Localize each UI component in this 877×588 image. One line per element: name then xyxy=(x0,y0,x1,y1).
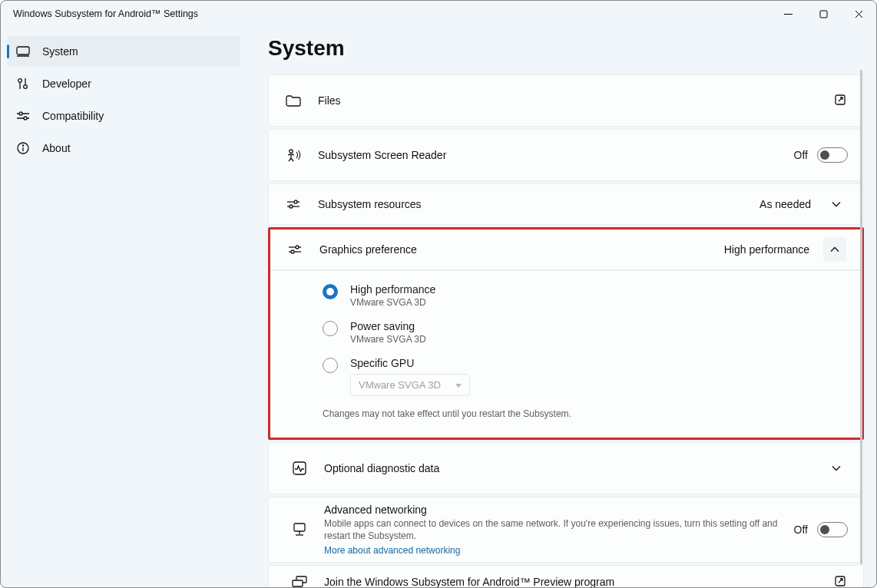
radio-sublabel: VMware SVGA 3D xyxy=(350,297,435,308)
sidebar-item-compatibility[interactable]: Compatibility xyxy=(7,101,240,131)
networking-sublabel: Mobile apps can connect to devices on th… xyxy=(324,517,794,542)
tools-icon xyxy=(16,77,30,91)
svg-rect-32 xyxy=(293,580,303,586)
radio-high-performance[interactable]: High performance VMware SVGA 3D xyxy=(323,276,846,312)
app-window: Windows Subsystem for Android™ Settings … xyxy=(0,0,877,588)
accessibility-icon xyxy=(286,147,301,163)
radio-input[interactable] xyxy=(323,321,338,336)
sidebar: System Developer Compatibility About xyxy=(1,27,245,587)
radio-input[interactable] xyxy=(323,284,338,299)
maximize-button[interactable] xyxy=(806,1,841,27)
graphics-card: Graphics preference High performance xyxy=(270,230,862,270)
preview-icon xyxy=(292,574,307,587)
svg-point-11 xyxy=(19,112,22,115)
window-controls xyxy=(770,1,876,27)
heartbeat-icon xyxy=(292,461,307,476)
sidebar-item-about[interactable]: About xyxy=(7,133,240,164)
sliders-icon xyxy=(287,242,303,257)
sidebar-item-label: System xyxy=(42,45,78,58)
main-content[interactable]: System Files xyxy=(245,27,876,587)
networking-toggle[interactable] xyxy=(817,522,848,537)
graphics-options: High performance VMware SVGA 3D Power sa… xyxy=(270,270,862,438)
networking-toggle-label: Off xyxy=(794,524,808,536)
sidebar-item-label: Compatibility xyxy=(42,110,104,122)
sliders-icon xyxy=(286,197,301,212)
sidebar-item-system[interactable]: System xyxy=(7,36,240,67)
minimize-button[interactable] xyxy=(770,1,806,27)
svg-point-8 xyxy=(24,85,28,89)
close-button[interactable] xyxy=(841,1,876,27)
svg-point-16 xyxy=(22,145,23,146)
graphics-header-row[interactable]: Graphics preference High performance xyxy=(270,230,862,269)
resources-expand-button[interactable] xyxy=(825,192,848,216)
window-title: Windows Subsystem for Android™ Settings xyxy=(13,8,198,19)
resources-value: As needed xyxy=(760,198,811,210)
files-label: Files xyxy=(318,94,834,107)
networking-more-link[interactable]: More about advanced networking xyxy=(324,545,794,556)
svg-point-22 xyxy=(290,205,293,208)
svg-rect-1 xyxy=(820,11,827,18)
radio-label: High performance xyxy=(350,283,435,296)
graphics-value: High performance xyxy=(724,243,809,256)
graphics-note: Changes may not take effect until you re… xyxy=(323,401,846,427)
svg-point-26 xyxy=(291,250,294,253)
info-icon xyxy=(16,141,30,155)
graphics-label: Graphics preference xyxy=(319,243,724,256)
sidebar-item-label: About xyxy=(42,142,71,154)
sidebar-item-developer[interactable]: Developer xyxy=(7,68,240,99)
files-card[interactable]: Files xyxy=(268,74,864,127)
radio-label: Power saving xyxy=(350,320,426,332)
open-external-icon xyxy=(834,94,848,107)
graphics-collapse-button[interactable] xyxy=(823,237,846,262)
svg-rect-4 xyxy=(17,47,29,55)
folder-icon xyxy=(286,93,301,108)
sidebar-item-label: Developer xyxy=(42,78,91,90)
svg-point-20 xyxy=(294,200,297,203)
scrollbar[interactable] xyxy=(860,70,862,564)
svg-point-13 xyxy=(24,117,27,120)
diagnostic-expand-button[interactable] xyxy=(825,456,848,481)
network-icon xyxy=(292,522,307,537)
svg-point-6 xyxy=(18,79,22,83)
radio-input[interactable] xyxy=(323,358,338,373)
graphics-highlight: Graphics preference High performance Hig… xyxy=(268,227,864,440)
diagnostic-label: Optional diagnostic data xyxy=(324,462,825,474)
gpu-dropdown[interactable]: VMware SVGA 3D xyxy=(350,374,470,396)
svg-point-24 xyxy=(296,246,299,249)
svg-point-18 xyxy=(290,150,293,153)
screen-reader-toggle-label: Off xyxy=(794,149,808,161)
diagnostic-card[interactable]: Optional diagnostic data xyxy=(268,442,864,494)
radio-power-saving[interactable]: Power saving VMware SVGA 3D xyxy=(323,312,846,349)
monitor-icon xyxy=(16,45,30,58)
screen-reader-label: Subsystem Screen Reader xyxy=(318,149,794,161)
screen-reader-card[interactable]: Subsystem Screen Reader Off xyxy=(268,129,864,181)
radio-label: Specific GPU xyxy=(350,357,470,369)
titlebar: Windows Subsystem for Android™ Settings xyxy=(1,1,876,27)
preview-label: Join the Windows Subsystem for Android™ … xyxy=(324,576,834,587)
radio-sublabel: VMware SVGA 3D xyxy=(350,334,426,345)
sliders-icon xyxy=(16,109,30,123)
preview-card[interactable]: Join the Windows Subsystem for Android™ … xyxy=(268,565,864,587)
resources-card[interactable]: Subsystem resources As needed xyxy=(268,183,864,225)
networking-card[interactable]: Advanced networking Mobile apps can conn… xyxy=(268,497,864,563)
open-external-icon xyxy=(834,575,848,587)
radio-specific-gpu[interactable]: Specific GPU VMware SVGA 3D xyxy=(323,349,846,401)
svg-rect-28 xyxy=(294,524,305,531)
resources-label: Subsystem resources xyxy=(318,198,760,210)
page-title: System xyxy=(268,36,864,61)
networking-label: Advanced networking xyxy=(324,504,794,516)
screen-reader-toggle[interactable] xyxy=(817,147,848,163)
